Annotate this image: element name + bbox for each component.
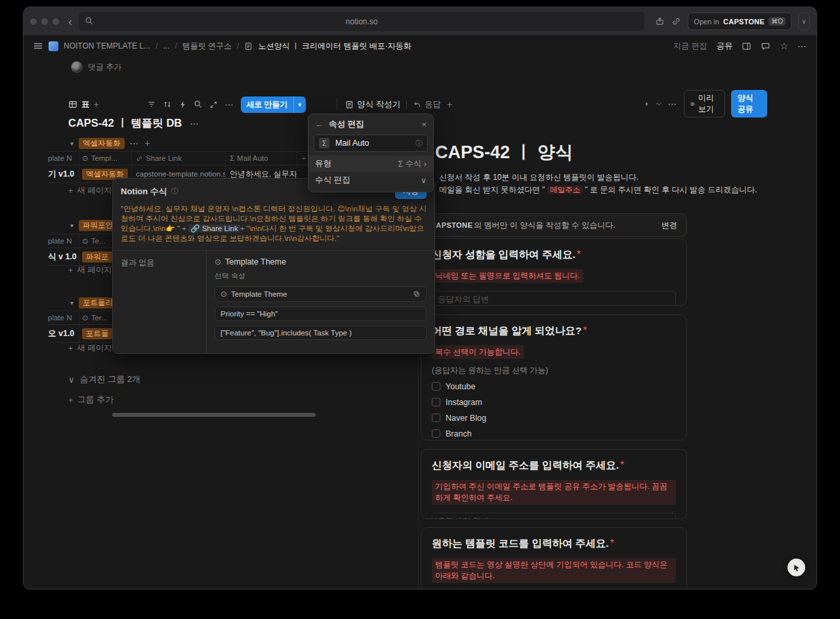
window-zoom-button[interactable] bbox=[52, 18, 59, 25]
breadcrumb-ellipsis[interactable]: ... bbox=[163, 41, 169, 51]
share-form-button[interactable]: 양식 공유 bbox=[731, 90, 767, 117]
back-arrow-icon[interactable]: ← bbox=[315, 119, 324, 129]
expand-icon[interactable] bbox=[209, 100, 218, 109]
doc-property-name: Template Theme bbox=[225, 257, 286, 267]
formula-example[interactable]: ["Feature", "Bug"].includes( Task Type ) bbox=[215, 326, 427, 340]
share-button[interactable]: 공유 bbox=[716, 41, 732, 52]
column-header[interactable]: plate N bbox=[48, 234, 79, 247]
add-comment-row[interactable]: 댓글 추가 bbox=[71, 61, 121, 73]
automation-icon[interactable] bbox=[644, 100, 650, 108]
breadcrumb-workspace[interactable]: NOITON TEMPLATE L... bbox=[64, 41, 150, 51]
group-add-icon[interactable]: + bbox=[145, 138, 150, 148]
add-group-button[interactable]: + 그룹 추가 bbox=[68, 394, 114, 406]
option-row[interactable]: Instagram bbox=[432, 396, 676, 408]
new-page-button[interactable]: + 새 페이지 bbox=[68, 185, 112, 196]
tab-table-view[interactable]: 표 bbox=[81, 99, 90, 110]
search-icon[interactable] bbox=[194, 100, 203, 109]
help-button[interactable] bbox=[788, 559, 805, 576]
back-icon[interactable]: ‹ bbox=[68, 16, 72, 28]
comments-icon[interactable] bbox=[761, 41, 770, 51]
column-header[interactable]: Share Link bbox=[132, 152, 226, 165]
add-view-button[interactable]: + bbox=[94, 99, 99, 110]
property-name-field[interactable]: Σ ⓘ bbox=[314, 135, 428, 152]
more-options-icon[interactable]: ⋯ bbox=[797, 41, 807, 51]
menu-icon[interactable] bbox=[33, 41, 43, 51]
info-icon[interactable]: ⓘ bbox=[171, 186, 178, 196]
filter-icon[interactable] bbox=[147, 100, 156, 109]
property-name-input[interactable] bbox=[334, 138, 411, 148]
horizontal-scrollbar[interactable] bbox=[112, 413, 316, 417]
favorite-icon[interactable]: ☆ bbox=[780, 41, 788, 51]
table-more-icon[interactable]: ⋯ bbox=[224, 99, 234, 110]
property-type-row[interactable]: 유형 Σ수식› bbox=[308, 156, 433, 172]
checkbox-icon[interactable] bbox=[432, 398, 440, 406]
option-row[interactable]: Naver Blog bbox=[432, 412, 676, 423]
close-icon[interactable]: × bbox=[421, 119, 427, 129]
group-toggle-icon[interactable]: ▾ bbox=[70, 140, 74, 147]
column-header[interactable]: plate N bbox=[48, 311, 79, 324]
form-title[interactable]: CAPS-42 ㅣ 양식 bbox=[435, 140, 573, 164]
question-card-name[interactable]: 신청자 성함을 입력하여 주세요.* 닉네임 또는 필명으로 입력하셔도 됩니다… bbox=[421, 238, 687, 306]
question-card-code[interactable]: 원하는 템플릿 코드를 입력하여 주세요.* 템플릿 코드는 영상 설명란 상단… bbox=[421, 527, 687, 589]
open-in-app-button[interactable]: Open in CAPSTONE ⌘O bbox=[688, 12, 791, 30]
customize-icon[interactable] bbox=[656, 99, 662, 108]
formula-example[interactable]: ⊙ Template Theme bbox=[215, 286, 427, 302]
group-more-icon[interactable]: ⋯ bbox=[130, 138, 140, 148]
cell-name[interactable]: 식 v 1.0 bbox=[48, 251, 77, 263]
window-close-button[interactable] bbox=[30, 18, 37, 25]
cell-name[interactable]: 오 v1.0 bbox=[48, 328, 74, 339]
open-in-dropdown[interactable]: ∨ bbox=[798, 12, 810, 30]
form-more-icon[interactable]: ⋯ bbox=[668, 98, 678, 109]
option-row[interactable]: Youtube bbox=[432, 381, 676, 392]
side-peek-icon[interactable] bbox=[742, 41, 751, 51]
formula-example[interactable]: Priority == "High" bbox=[215, 307, 427, 321]
window-minimize-button[interactable] bbox=[41, 18, 48, 25]
formula-input[interactable]: "안녕하세요. 실무자 채널 운영자 \n캡스톤 디렉터 정신원입니다. 😊\n… bbox=[113, 204, 434, 250]
column-header[interactable]: plate N bbox=[48, 152, 79, 165]
answer-input[interactable] bbox=[432, 291, 676, 306]
change-access-button[interactable]: 변경 bbox=[662, 220, 677, 231]
column-header[interactable]: ΣMail Auto bbox=[226, 152, 297, 165]
new-page-button[interactable]: + 새 페이지 bbox=[68, 265, 112, 276]
group-tag[interactable]: 파워포인 bbox=[79, 220, 117, 231]
add-form-button[interactable]: + bbox=[447, 99, 452, 110]
group-tag[interactable]: 엑셀자동화 bbox=[79, 138, 125, 149]
group-toggle-icon[interactable]: ▾ bbox=[70, 299, 74, 307]
option-label: Instagram bbox=[446, 398, 482, 407]
breadcrumb-page[interactable]: 노션양식 ㅣ 크리에이터 템플릿 배포·자동화 bbox=[258, 41, 411, 52]
new-page-button[interactable]: + 새 페이지 bbox=[68, 343, 112, 354]
database-title[interactable]: CAPS-42 ㅣ 템플릿 DB bbox=[68, 116, 182, 131]
copy-link-icon[interactable] bbox=[671, 16, 681, 26]
group-toggle-icon[interactable]: ▾ bbox=[70, 222, 74, 229]
edit-formula-row[interactable]: 수식 편집 ∨ bbox=[308, 172, 433, 188]
sort-icon[interactable] bbox=[163, 100, 172, 109]
share-icon[interactable] bbox=[655, 16, 665, 26]
cell-name[interactable]: 기 v1.0 bbox=[48, 169, 74, 180]
property-token[interactable]: 🔗 Share Link bbox=[188, 224, 240, 232]
new-entry-button[interactable]: 새로 만들기 ∨ bbox=[241, 96, 306, 113]
checkbox-icon[interactable] bbox=[432, 382, 440, 391]
info-icon[interactable]: ⓘ bbox=[415, 139, 423, 148]
answer-input[interactable] bbox=[432, 513, 676, 519]
tab-responses[interactable]: 응답 bbox=[413, 99, 441, 110]
checkbox-icon[interactable] bbox=[432, 429, 440, 438]
database-more-icon[interactable]: ⋯ bbox=[190, 118, 200, 129]
breadcrumb-folder[interactable]: 템플릿 연구소 bbox=[182, 41, 232, 52]
cell-tag[interactable]: 파워포 bbox=[82, 251, 113, 263]
workspace-icon[interactable] bbox=[49, 41, 58, 51]
column-header[interactable]: ⊙Templ... bbox=[79, 152, 132, 165]
hidden-groups-toggle[interactable]: ∨ 숨겨진 그룹 2개 bbox=[68, 374, 140, 385]
question-card-email[interactable]: 신청자의 이메일 주소를 입력하여 주세요.* 기입하여 주신 이메일 주소로 … bbox=[421, 449, 687, 519]
address-bar[interactable]: notion.so bbox=[79, 12, 644, 31]
checkbox-icon[interactable] bbox=[432, 414, 440, 422]
preview-button[interactable]: 미리보기 bbox=[684, 90, 725, 117]
question-card-channel[interactable]: 어떤 경로 채널을 알게 되었나요?* 복수 선택이 가능합니다. (응답자는 … bbox=[421, 314, 687, 440]
copy-icon[interactable] bbox=[413, 290, 421, 298]
option-row[interactable]: Branch bbox=[432, 428, 676, 439]
automation-icon[interactable] bbox=[178, 100, 187, 109]
tab-form-builder[interactable]: 양식 작성기 bbox=[345, 99, 400, 110]
chevron-down-icon[interactable]: ∨ bbox=[298, 102, 303, 108]
cell-link[interactable]: capstone-template.notion.site/v1 bbox=[136, 170, 226, 178]
cell-tag[interactable]: 포트폴 bbox=[82, 328, 113, 339]
group-tag[interactable]: 포트폴리 bbox=[79, 297, 117, 309]
